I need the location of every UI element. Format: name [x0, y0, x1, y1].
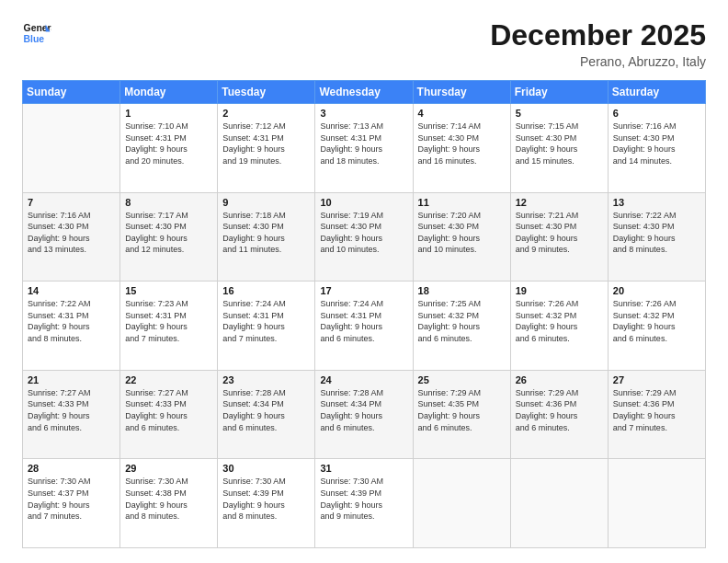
table-row: 17Sunrise: 7:24 AM Sunset: 4:31 PM Dayli…	[315, 282, 413, 371]
day-number: 27	[613, 374, 700, 385]
table-row	[23, 104, 120, 193]
day-number: 6	[613, 108, 700, 119]
table-row: 28Sunrise: 7:30 AM Sunset: 4:37 PM Dayli…	[23, 459, 120, 548]
col-monday: Monday	[120, 81, 218, 104]
day-number: 19	[516, 285, 603, 296]
calendar-week-row: 7Sunrise: 7:16 AM Sunset: 4:30 PM Daylig…	[23, 192, 706, 282]
day-info: Sunrise: 7:17 AM Sunset: 4:30 PM Dayligh…	[125, 210, 212, 256]
table-row: 12Sunrise: 7:21 AM Sunset: 4:30 PM Dayli…	[510, 192, 608, 282]
day-info: Sunrise: 7:30 AM Sunset: 4:39 PM Dayligh…	[222, 476, 310, 522]
table-row: 24Sunrise: 7:28 AM Sunset: 4:34 PM Dayli…	[315, 370, 413, 459]
day-number: 23	[222, 374, 310, 385]
table-row: 1Sunrise: 7:10 AM Sunset: 4:31 PM Daylig…	[120, 104, 218, 193]
calendar-week-row: 28Sunrise: 7:30 AM Sunset: 4:37 PM Dayli…	[23, 459, 706, 548]
day-number: 9	[222, 197, 310, 208]
day-info: Sunrise: 7:22 AM Sunset: 4:31 PM Dayligh…	[28, 298, 115, 344]
table-row: 9Sunrise: 7:18 AM Sunset: 4:30 PM Daylig…	[218, 192, 315, 282]
day-info: Sunrise: 7:15 AM Sunset: 4:30 PM Dayligh…	[516, 121, 603, 167]
month-title: December 2025	[490, 18, 706, 52]
day-info: Sunrise: 7:12 AM Sunset: 4:31 PM Dayligh…	[222, 121, 310, 167]
day-info: Sunrise: 7:22 AM Sunset: 4:30 PM Dayligh…	[613, 210, 700, 256]
day-number: 11	[418, 197, 506, 208]
day-info: Sunrise: 7:20 AM Sunset: 4:30 PM Dayligh…	[418, 210, 506, 256]
table-row: 27Sunrise: 7:29 AM Sunset: 4:36 PM Dayli…	[608, 370, 705, 459]
table-row	[608, 459, 705, 548]
day-info: Sunrise: 7:27 AM Sunset: 4:33 PM Dayligh…	[125, 387, 212, 433]
day-number: 22	[125, 374, 212, 385]
day-number: 10	[320, 197, 407, 208]
logo: General Blue	[22, 18, 51, 48]
table-row: 16Sunrise: 7:24 AM Sunset: 4:31 PM Dayli…	[218, 282, 315, 371]
day-info: Sunrise: 7:29 AM Sunset: 4:36 PM Dayligh…	[516, 387, 603, 433]
day-number: 25	[418, 374, 506, 385]
day-number: 8	[125, 197, 212, 208]
calendar-week-row: 1Sunrise: 7:10 AM Sunset: 4:31 PM Daylig…	[23, 104, 706, 193]
day-info: Sunrise: 7:13 AM Sunset: 4:31 PM Dayligh…	[320, 121, 407, 167]
day-number: 16	[222, 285, 310, 296]
table-row	[413, 459, 510, 548]
table-row: 23Sunrise: 7:28 AM Sunset: 4:34 PM Dayli…	[218, 370, 315, 459]
day-number: 5	[516, 108, 603, 119]
table-row: 19Sunrise: 7:26 AM Sunset: 4:32 PM Dayli…	[510, 282, 608, 371]
day-info: Sunrise: 7:25 AM Sunset: 4:32 PM Dayligh…	[418, 298, 506, 344]
table-row: 7Sunrise: 7:16 AM Sunset: 4:30 PM Daylig…	[23, 192, 120, 282]
title-block: December 2025 Perano, Abruzzo, Italy	[490, 18, 706, 69]
day-info: Sunrise: 7:30 AM Sunset: 4:39 PM Dayligh…	[320, 476, 407, 522]
day-number: 20	[613, 285, 700, 296]
day-info: Sunrise: 7:24 AM Sunset: 4:31 PM Dayligh…	[320, 298, 407, 344]
calendar-week-row: 14Sunrise: 7:22 AM Sunset: 4:31 PM Dayli…	[23, 282, 706, 371]
day-info: Sunrise: 7:30 AM Sunset: 4:37 PM Dayligh…	[28, 476, 115, 522]
day-number: 31	[320, 463, 407, 474]
day-info: Sunrise: 7:28 AM Sunset: 4:34 PM Dayligh…	[222, 387, 310, 433]
day-number: 29	[125, 463, 212, 474]
table-row: 5Sunrise: 7:15 AM Sunset: 4:30 PM Daylig…	[510, 104, 608, 193]
day-number: 24	[320, 374, 407, 385]
day-info: Sunrise: 7:24 AM Sunset: 4:31 PM Dayligh…	[222, 298, 310, 344]
table-row: 14Sunrise: 7:22 AM Sunset: 4:31 PM Dayli…	[23, 282, 120, 371]
col-thursday: Thursday	[413, 81, 510, 104]
table-row: 18Sunrise: 7:25 AM Sunset: 4:32 PM Dayli…	[413, 282, 510, 371]
day-info: Sunrise: 7:10 AM Sunset: 4:31 PM Dayligh…	[125, 121, 212, 167]
col-friday: Friday	[510, 81, 608, 104]
table-row: 11Sunrise: 7:20 AM Sunset: 4:30 PM Dayli…	[413, 192, 510, 282]
page: General Blue December 2025 Perano, Abruz…	[0, 0, 728, 563]
day-number: 12	[516, 197, 603, 208]
day-number: 13	[613, 197, 700, 208]
calendar: Sunday Monday Tuesday Wednesday Thursday…	[22, 80, 706, 548]
day-info: Sunrise: 7:16 AM Sunset: 4:30 PM Dayligh…	[28, 210, 115, 256]
day-number: 3	[320, 108, 407, 119]
day-number: 21	[28, 374, 115, 385]
day-info: Sunrise: 7:29 AM Sunset: 4:36 PM Dayligh…	[613, 387, 700, 433]
day-number: 1	[125, 108, 212, 119]
col-wednesday: Wednesday	[315, 81, 413, 104]
day-number: 30	[222, 463, 310, 474]
day-number: 4	[418, 108, 506, 119]
table-row: 31Sunrise: 7:30 AM Sunset: 4:39 PM Dayli…	[315, 459, 413, 548]
table-row: 30Sunrise: 7:30 AM Sunset: 4:39 PM Dayli…	[218, 459, 315, 548]
svg-text:Blue: Blue	[24, 34, 45, 44]
col-sunday: Sunday	[23, 81, 120, 104]
table-row: 6Sunrise: 7:16 AM Sunset: 4:30 PM Daylig…	[608, 104, 705, 193]
col-tuesday: Tuesday	[218, 81, 315, 104]
day-info: Sunrise: 7:23 AM Sunset: 4:31 PM Dayligh…	[125, 298, 212, 344]
table-row: 22Sunrise: 7:27 AM Sunset: 4:33 PM Dayli…	[120, 370, 218, 459]
day-number: 28	[28, 463, 115, 474]
day-info: Sunrise: 7:18 AM Sunset: 4:30 PM Dayligh…	[222, 210, 310, 256]
table-row: 21Sunrise: 7:27 AM Sunset: 4:33 PM Dayli…	[23, 370, 120, 459]
col-saturday: Saturday	[608, 81, 705, 104]
day-info: Sunrise: 7:27 AM Sunset: 4:33 PM Dayligh…	[28, 387, 115, 433]
day-info: Sunrise: 7:30 AM Sunset: 4:38 PM Dayligh…	[125, 476, 212, 522]
day-number: 14	[28, 285, 115, 296]
table-row: 15Sunrise: 7:23 AM Sunset: 4:31 PM Dayli…	[120, 282, 218, 371]
table-row: 26Sunrise: 7:29 AM Sunset: 4:36 PM Dayli…	[510, 370, 608, 459]
day-info: Sunrise: 7:14 AM Sunset: 4:30 PM Dayligh…	[418, 121, 506, 167]
table-row: 10Sunrise: 7:19 AM Sunset: 4:30 PM Dayli…	[315, 192, 413, 282]
day-info: Sunrise: 7:28 AM Sunset: 4:34 PM Dayligh…	[320, 387, 407, 433]
logo-icon: General Blue	[22, 18, 51, 48]
table-row: 20Sunrise: 7:26 AM Sunset: 4:32 PM Dayli…	[608, 282, 705, 371]
table-row	[510, 459, 608, 548]
day-info: Sunrise: 7:16 AM Sunset: 4:30 PM Dayligh…	[613, 121, 700, 167]
location: Perano, Abruzzo, Italy	[490, 54, 706, 69]
day-number: 7	[28, 197, 115, 208]
day-number: 26	[516, 374, 603, 385]
